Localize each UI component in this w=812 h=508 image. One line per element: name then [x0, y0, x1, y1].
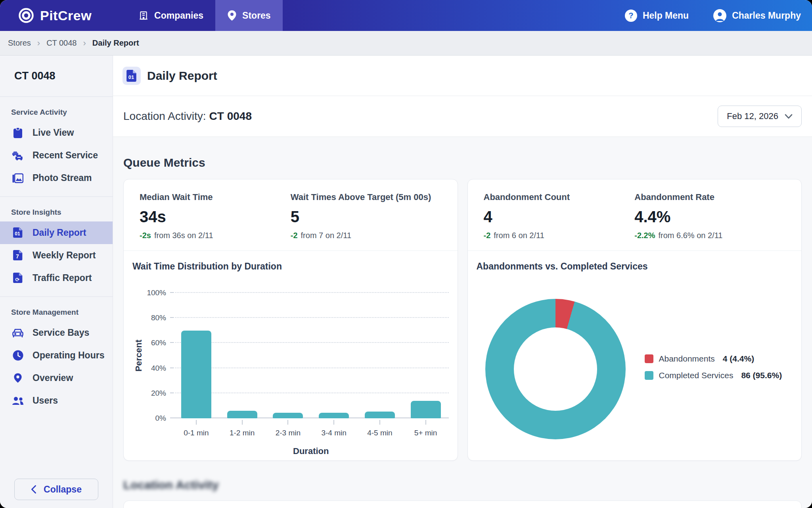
- date-picker-button[interactable]: Feb 12, 2026: [718, 106, 802, 127]
- wait-time-stats: Median Wait Time 34s -2sfrom 36s on 2/11…: [124, 179, 458, 251]
- delta-context: from 36s on 2/11: [154, 231, 213, 240]
- user-avatar-icon: [713, 9, 726, 22]
- svg-text:01: 01: [15, 231, 20, 237]
- bar-plot: 0%20%40%60%80%100%: [173, 293, 449, 418]
- donut-chart: Abandonments vs. Completed Services Aban…: [468, 251, 802, 460]
- sidebar-item-traffic-report[interactable]: ⟳ Traffic Report: [0, 267, 113, 289]
- service-bay-summary-card: Service Bay Summary: [123, 500, 802, 508]
- bar-4-5 min: [365, 412, 395, 418]
- delta-value: -2: [484, 231, 491, 240]
- nav-tab-label: Stores: [242, 10, 271, 21]
- sidebar-section-service-activity: Service Activity Live View: [0, 97, 113, 196]
- sidebar-item-users[interactable]: Users: [0, 389, 113, 412]
- date-value: Feb 12, 2026: [727, 111, 778, 121]
- delta-value: -2.2%: [634, 231, 655, 240]
- nav-tab-stores[interactable]: Stores: [215, 0, 283, 31]
- x-tick-1-2 min: 1-2 min: [219, 420, 265, 437]
- stat-waits-above-target: Wait Times Above Target (5m 00s) 5 -2fro…: [291, 192, 442, 250]
- x-tick-5+ min: 5+ min: [403, 420, 449, 437]
- stat-value: 4.4%: [634, 208, 785, 226]
- sidebar-item-photo-stream[interactable]: Photo Stream: [0, 167, 113, 189]
- stat-abandonment-count: Abandonment Count 4 -2from 6 on 2/11: [484, 192, 635, 250]
- breadcrumb-store-id[interactable]: CT 0048: [46, 38, 77, 48]
- help-icon: ?: [625, 10, 637, 22]
- pitcrew-logo-icon: [18, 7, 34, 24]
- sidebar-item-live-view[interactable]: Live View: [0, 121, 113, 144]
- sidebar-item-operating-hours[interactable]: Operating Hours: [0, 344, 113, 367]
- nav-tab-label: Companies: [154, 10, 203, 21]
- donut-chart-title: Abandonments vs. Completed Services: [477, 261, 648, 272]
- help-menu-button[interactable]: ? Help Menu: [625, 10, 689, 22]
- sidebar-item-label: Live View: [33, 127, 74, 138]
- breadcrumb: Stores › CT 0048 › Daily Report: [0, 31, 812, 56]
- stat-value: 34s: [140, 208, 291, 226]
- legend-label: Abandonments: [659, 354, 715, 364]
- delta-value: -2s: [140, 231, 151, 240]
- daily-report-icon: 01: [123, 67, 141, 85]
- stat-median-wait-time: Median Wait Time 34s -2sfrom 36s on 2/11: [140, 192, 291, 250]
- top-navbar: PitCrew Companies: [0, 0, 812, 31]
- y-axis-title: Percent: [134, 340, 144, 372]
- user-menu-button[interactable]: Charles Murphy: [713, 9, 801, 22]
- car-icon: [12, 328, 24, 338]
- x-tick-0-1 min: 0-1 min: [173, 420, 219, 437]
- sidebar-item-label: Weekly Report: [33, 250, 96, 261]
- content-scroll[interactable]: Queue Metrics Median Wait Time 34s -2sfr…: [113, 137, 812, 508]
- page-title: Daily Report: [147, 69, 217, 83]
- photos-icon: [12, 173, 24, 183]
- location-activity-heading: Location Activity: [123, 478, 802, 492]
- user-name: Charles Murphy: [732, 10, 801, 21]
- app-window: PitCrew Companies: [0, 0, 812, 508]
- stat-delta: -2.2%from 6.6% on 2/11: [634, 231, 785, 240]
- sidebar-item-recent-service[interactable]: Recent Service: [0, 144, 113, 167]
- legend-label: Completed Services: [659, 371, 733, 380]
- sidebar-item-service-bays[interactable]: Service Bays: [0, 321, 113, 344]
- bar-2-3 min: [273, 413, 303, 418]
- primary-nav: Companies Stores: [126, 0, 283, 31]
- bar-slot: [311, 293, 357, 418]
- sidebar-item-label: Daily Report: [33, 227, 86, 238]
- sidebar-item-label: Traffic Report: [33, 273, 92, 283]
- bar-chart: Wait Time Distribution by Duration Perce…: [124, 251, 458, 460]
- bar-1-2 min: [227, 411, 257, 418]
- sidebar-item-label: Recent Service: [33, 150, 98, 161]
- location-band: Location Activity:CT 0048 Feb 12, 2026: [113, 96, 812, 137]
- stat-value: 5: [291, 208, 442, 226]
- sidebar-item-daily-report[interactable]: 01 Daily Report: [0, 221, 113, 244]
- stat-delta: -2from 7 on 2/11: [291, 231, 442, 240]
- building-icon: [138, 10, 149, 21]
- sidebar-item-label: Users: [33, 395, 58, 406]
- legend-completed-services: Completed Services 86 (95.6%): [645, 371, 782, 380]
- collapse-sidebar-button[interactable]: Collapse: [14, 479, 98, 500]
- cars-icon: [12, 150, 24, 161]
- x-axis-title: Duration: [173, 446, 449, 456]
- svg-text:7: 7: [16, 253, 19, 260]
- delta-value: -2: [291, 231, 298, 240]
- brand[interactable]: PitCrew: [18, 0, 92, 31]
- legend-swatch-teal: [645, 371, 653, 380]
- y-tick-label: 20%: [151, 389, 166, 398]
- sidebar-item-weekly-report[interactable]: 7 Weekly Report: [0, 244, 113, 267]
- stat-delta: -2sfrom 36s on 2/11: [140, 231, 291, 240]
- stat-label: Wait Times Above Target (5m 00s): [291, 192, 442, 202]
- stat-label: Abandonment Rate: [634, 192, 785, 202]
- y-tick-label: 100%: [147, 289, 166, 297]
- collapse-label: Collapse: [44, 484, 82, 495]
- sidebar-item-overview[interactable]: Overview: [0, 367, 113, 389]
- map-pin-icon: [12, 373, 24, 383]
- breadcrumb-stores[interactable]: Stores: [8, 38, 31, 48]
- sidebar: CT 0048 Service Activity Live View: [0, 56, 113, 508]
- sidebar-section-store-insights: Store Insights 01 Daily Report: [0, 196, 113, 296]
- legend-value: 4 (4.4%): [723, 354, 754, 364]
- legend-swatch-red: [645, 354, 653, 363]
- nav-tab-companies[interactable]: Companies: [126, 0, 215, 31]
- traffic-doc-icon: ⟳: [12, 273, 24, 284]
- chevron-left-icon: [31, 485, 36, 494]
- queue-metrics-heading: Queue Metrics: [123, 156, 802, 169]
- stat-abandonment-rate: Abandonment Rate 4.4% -2.2%from 6.6% on …: [634, 192, 785, 250]
- clipboard-icon: [12, 127, 24, 139]
- legend-value: 86 (95.6%): [741, 371, 782, 380]
- bar-slot: [173, 293, 219, 418]
- breadcrumb-current: Daily Report: [92, 38, 139, 48]
- y-tick-label: 0%: [155, 414, 166, 423]
